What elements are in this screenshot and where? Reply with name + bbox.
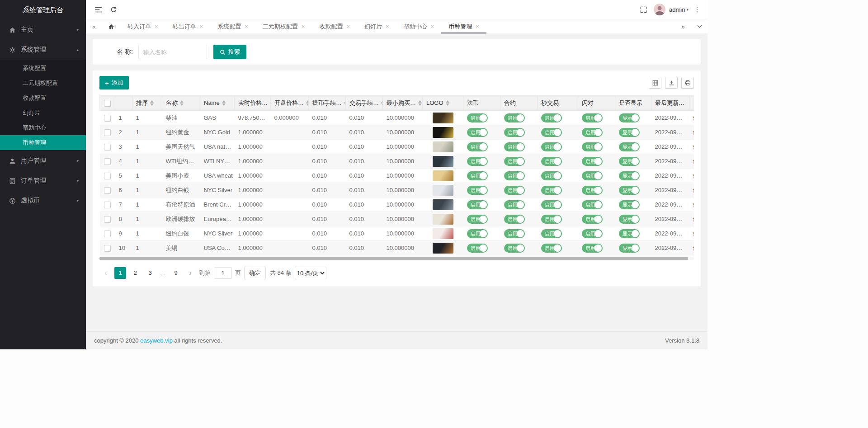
edit-button[interactable]: 修改 — [693, 201, 694, 208]
row-checkbox[interactable] — [104, 144, 111, 151]
easyweb-link[interactable]: easyweb.vip — [140, 337, 173, 344]
close-icon[interactable]: × — [302, 24, 305, 29]
toggle-seconds[interactable]: 启用 — [541, 113, 562, 122]
toggle-display[interactable]: 显示 — [619, 142, 640, 151]
sidebar-item-coins[interactable]: 虚拟币▾ — [0, 191, 86, 211]
row-checkbox[interactable] — [104, 245, 111, 252]
toggle-flash[interactable]: 启用 — [582, 157, 603, 166]
row-checkbox[interactable] — [104, 230, 111, 237]
toggle-fiat[interactable]: 启用 — [467, 244, 488, 253]
toggle-fiat[interactable]: 启用 — [467, 215, 488, 224]
toggle-contract[interactable]: 启用 — [504, 215, 525, 224]
sidebar-subitem[interactable]: 二元期权配置 — [0, 75, 86, 90]
toggle-fiat[interactable]: 启用 — [467, 186, 488, 195]
close-icon[interactable]: × — [200, 24, 203, 29]
toggle-fiat[interactable]: 启用 — [467, 171, 488, 180]
sidebar-toggle-icon[interactable] — [91, 3, 105, 16]
edit-button[interactable]: 修改 — [693, 187, 694, 193]
column-header[interactable]: 提币手续… — [309, 95, 346, 111]
edit-button[interactable]: 修改 — [693, 114, 694, 121]
row-checkbox[interactable] — [104, 129, 111, 136]
toggle-contract[interactable]: 启用 — [504, 142, 525, 151]
export-icon[interactable] — [665, 77, 678, 89]
toggle-contract[interactable]: 启用 — [504, 229, 525, 238]
tab-item[interactable]: 转入订单× — [120, 19, 165, 33]
row-checkbox[interactable] — [104, 202, 111, 208]
toggle-fiat[interactable]: 启用 — [467, 113, 488, 122]
sidebar-subitem[interactable]: 帮助中心 — [0, 120, 86, 135]
fullscreen-icon[interactable] — [637, 3, 650, 16]
toggle-fiat[interactable]: 启用 — [467, 128, 488, 137]
toggle-display[interactable]: 显示 — [619, 244, 640, 253]
tab-item[interactable]: 帮助中心× — [396, 19, 442, 33]
print-icon[interactable] — [681, 77, 694, 89]
page-number[interactable]: 3 — [144, 267, 156, 279]
next-page-icon[interactable]: › — [185, 267, 196, 279]
toggle-contract[interactable]: 启用 — [504, 200, 525, 209]
sidebar-subitem[interactable]: 系统配置 — [0, 61, 86, 75]
toggle-seconds[interactable]: 启用 — [541, 200, 562, 209]
sidebar-subitem[interactable]: 币种管理 — [0, 135, 86, 150]
page-size-select[interactable]: 10 条/页 — [295, 267, 326, 279]
select-all-checkbox[interactable] — [104, 100, 111, 107]
toggle-contract[interactable]: 启用 — [504, 171, 525, 180]
toggle-seconds[interactable]: 启用 — [541, 244, 562, 253]
toggle-seconds[interactable]: 启用 — [541, 229, 562, 238]
toggle-fiat[interactable]: 启用 — [467, 142, 488, 151]
sidebar-item-system[interactable]: 系统管理▴ — [0, 40, 86, 60]
edit-button[interactable]: 修改 — [693, 158, 694, 165]
column-header[interactable]: 排序 — [132, 95, 162, 111]
toggle-seconds[interactable]: 启用 — [541, 157, 562, 166]
avatar[interactable] — [654, 4, 665, 15]
toggle-flash[interactable]: 启用 — [582, 142, 603, 151]
column-header[interactable]: LOGO — [423, 95, 463, 111]
close-icon[interactable]: × — [386, 24, 389, 29]
row-checkbox[interactable] — [104, 158, 111, 165]
add-button[interactable]: + 添加 — [99, 76, 129, 89]
toggle-seconds[interactable]: 启用 — [541, 142, 562, 151]
toggle-display[interactable]: 显示 — [619, 215, 640, 224]
search-button[interactable]: 搜索 — [213, 45, 246, 59]
toggle-contract[interactable]: 启用 — [504, 128, 525, 137]
toggle-seconds[interactable]: 启用 — [541, 186, 562, 195]
toggle-flash[interactable]: 启用 — [582, 128, 603, 137]
toggle-display[interactable]: 显示 — [619, 186, 640, 195]
toggle-seconds[interactable]: 启用 — [541, 171, 562, 180]
sidebar-item-orders[interactable]: 订单管理▾ — [0, 171, 86, 191]
toggle-display[interactable]: 显示 — [619, 128, 640, 137]
tabs-scroll-left-icon[interactable]: « — [86, 19, 102, 33]
page-number[interactable]: 9 — [170, 267, 182, 279]
column-header[interactable]: 实时价格… — [235, 95, 271, 111]
tab-item[interactable]: 转出订单× — [165, 19, 211, 33]
confirm-button[interactable]: 确定 — [244, 267, 266, 279]
user-menu[interactable]: admin ▾ — [669, 6, 689, 13]
goto-page-input[interactable] — [214, 267, 232, 279]
column-header[interactable]: 最小购买… — [383, 95, 423, 111]
toggle-contract[interactable]: 启用 — [504, 186, 525, 195]
tab-home[interactable] — [102, 19, 120, 33]
close-icon[interactable]: × — [476, 24, 479, 29]
sidebar-item-home[interactable]: 主页▾ — [0, 20, 86, 40]
edit-button[interactable]: 修改 — [693, 172, 694, 179]
tabs-scroll-right-icon[interactable]: » — [675, 19, 691, 33]
tab-item[interactable]: 二元期权配置× — [255, 19, 312, 33]
toggle-flash[interactable]: 启用 — [582, 215, 603, 224]
tab-item[interactable]: 收款配置× — [312, 19, 357, 33]
close-icon[interactable]: × — [431, 24, 434, 29]
tab-item[interactable]: 系统配置× — [210, 19, 255, 33]
scrollbar-thumb[interactable] — [99, 257, 688, 260]
toggle-flash[interactable]: 启用 — [582, 186, 603, 195]
edit-button[interactable]: 修改 — [693, 230, 694, 237]
toggle-display[interactable]: 显示 — [619, 171, 640, 180]
toggle-contract[interactable]: 启用 — [504, 244, 525, 253]
close-icon[interactable]: × — [346, 24, 350, 29]
toggle-flash[interactable]: 启用 — [582, 244, 603, 253]
toggle-display[interactable]: 显示 — [619, 157, 640, 166]
toggle-contract[interactable]: 启用 — [504, 157, 525, 166]
sidebar-subitem[interactable]: 幻灯片 — [0, 105, 86, 120]
sidebar-subitem[interactable]: 收款配置 — [0, 90, 86, 105]
prev-page-icon[interactable]: ‹ — [100, 267, 111, 279]
horizontal-scrollbar[interactable] — [99, 257, 694, 260]
search-input[interactable] — [138, 45, 207, 59]
toggle-display[interactable]: 显示 — [619, 229, 640, 238]
